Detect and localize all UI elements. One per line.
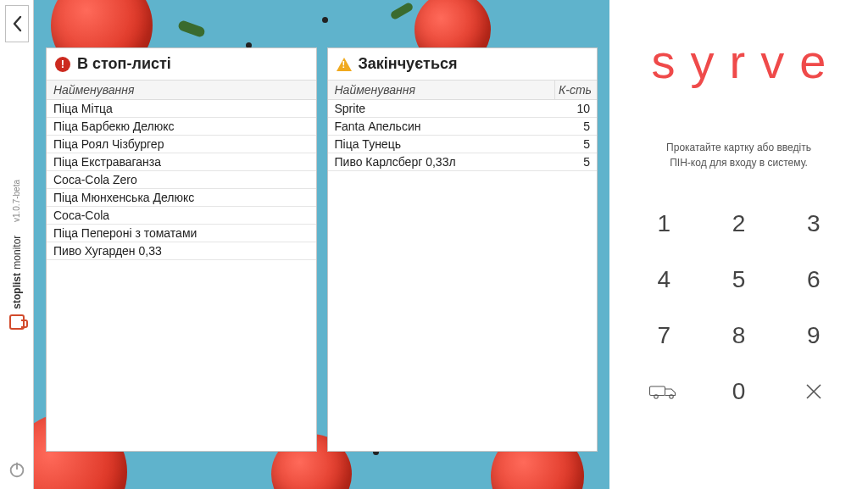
table-row: Пиво Карлсберг 0,33л5 xyxy=(328,153,598,171)
stoplist-body: Піца МітцаПіца Барбекю ДелюксПіца Роял Ч… xyxy=(47,100,316,451)
keypad-4[interactable]: 4 xyxy=(626,252,701,308)
cell-name: Піца Мюнхенська Делюкс xyxy=(47,189,316,206)
login-hint: Прокатайте картку або введіть ПІН-код дл… xyxy=(666,140,811,170)
table-row: Піца Екстраваганза xyxy=(47,153,316,171)
keypad-6[interactable]: 6 xyxy=(776,252,851,308)
chevron-left-icon xyxy=(11,15,23,32)
cell-name: Coca-Cola Zero xyxy=(47,171,316,188)
cell-qty: 10 xyxy=(554,100,597,117)
table-row: Sprite10 xyxy=(328,100,598,118)
table-row: Coca-Cola xyxy=(47,207,316,225)
table-row: Піца Тунець5 xyxy=(328,136,598,153)
table-row: Пиво Хугарден 0,33 xyxy=(47,242,316,260)
cell-name: Піца Барбекю Делюкс xyxy=(47,118,316,135)
col-qty: К-сть xyxy=(554,81,597,99)
keypad-7[interactable]: 7 xyxy=(626,308,701,364)
app-name: stoplistmonitor xyxy=(11,236,23,309)
cell-name: Fanta Апельсин xyxy=(328,118,555,135)
table-row: Піца Мітца xyxy=(47,100,316,118)
panels-row: ! В стоп-листі Найменування Піца МітцаПі… xyxy=(46,47,598,452)
cell-name: Піца Роял Чізбургер xyxy=(47,136,316,153)
ending-title: Закінчується xyxy=(359,55,458,73)
table-row: Fanta Апельсин5 xyxy=(328,118,598,136)
cell-name: Піца Пепероні з томатами xyxy=(47,225,316,242)
back-button[interactable] xyxy=(5,5,29,42)
bg-decor xyxy=(322,17,328,23)
cell-name: Пиво Хугарден 0,33 xyxy=(47,242,316,259)
keypad-8[interactable]: 8 xyxy=(701,308,776,364)
ending-thead: Найменування К-сть xyxy=(328,80,598,100)
svg-rect-2 xyxy=(650,386,665,396)
table-row: Піца Мюнхенська Делюкс xyxy=(47,189,316,207)
ending-body: Sprite10Fanta Апельсин5Піца Тунець5Пиво … xyxy=(328,100,598,451)
keypad-9[interactable]: 9 xyxy=(776,308,851,364)
cell-qty: 5 xyxy=(554,118,597,135)
keypad-clear[interactable] xyxy=(776,364,851,420)
stop-icon: ! xyxy=(55,57,70,72)
app-version: v1.0.7-beta xyxy=(12,180,21,222)
app-logo-icon xyxy=(9,314,25,330)
rail-branding: v1.0.7-beta stoplistmonitor xyxy=(9,173,25,330)
table-row: Піца Роял Чізбургер xyxy=(47,136,316,153)
keypad-delivery[interactable] xyxy=(626,364,701,420)
keypad-3[interactable]: 3 xyxy=(776,196,851,252)
cell-qty: 5 xyxy=(554,153,597,170)
keypad-1[interactable]: 1 xyxy=(626,196,701,252)
bg-decor xyxy=(389,2,414,21)
cell-name: Пиво Карлсберг 0,33л xyxy=(328,153,555,170)
left-rail: v1.0.7-beta stoplistmonitor xyxy=(0,0,34,489)
stoplist-title: В стоп-листі xyxy=(77,55,171,73)
ending-header: Закінчується xyxy=(328,48,598,80)
truck-icon xyxy=(648,381,679,402)
monitor-stage: ! В стоп-листі Найменування Піца МітцаПі… xyxy=(34,0,609,489)
keypad-0[interactable]: 0 xyxy=(701,364,776,420)
table-row: Піца Барбекю Делюкс xyxy=(47,118,316,136)
stoplist-panel: ! В стоп-листі Найменування Піца МітцаПі… xyxy=(46,47,317,452)
power-button[interactable] xyxy=(8,460,26,482)
cell-name: Піца Мітца xyxy=(47,100,316,117)
col-name: Найменування xyxy=(47,81,316,99)
ending-panel: Закінчується Найменування К-сть Sprite10… xyxy=(327,47,598,452)
keypad-5[interactable]: 5 xyxy=(701,252,776,308)
table-row: Піца Пепероні з томатами xyxy=(47,225,316,242)
brand-logo: syrve xyxy=(637,34,842,89)
stoplist-thead: Найменування xyxy=(47,80,316,100)
x-icon xyxy=(804,381,824,402)
col-name: Найменування xyxy=(328,81,555,99)
cell-name: Піца Тунець xyxy=(328,136,555,153)
pin-keypad: 1 2 3 4 5 6 7 8 9 0 xyxy=(626,196,851,420)
warning-icon xyxy=(337,58,352,71)
table-row: Coca-Cola Zero xyxy=(47,171,316,189)
bg-decor xyxy=(177,19,206,38)
keypad-2[interactable]: 2 xyxy=(701,196,776,252)
cell-name: Sprite xyxy=(328,100,555,117)
cell-name: Піца Екстраваганза xyxy=(47,153,316,170)
cell-qty: 5 xyxy=(554,136,597,153)
cell-name: Coca-Cola xyxy=(47,207,316,224)
power-icon xyxy=(8,460,26,479)
login-panel: syrve Прокатайте картку або введіть ПІН-… xyxy=(609,0,868,489)
stoplist-header: ! В стоп-листі xyxy=(47,48,316,80)
